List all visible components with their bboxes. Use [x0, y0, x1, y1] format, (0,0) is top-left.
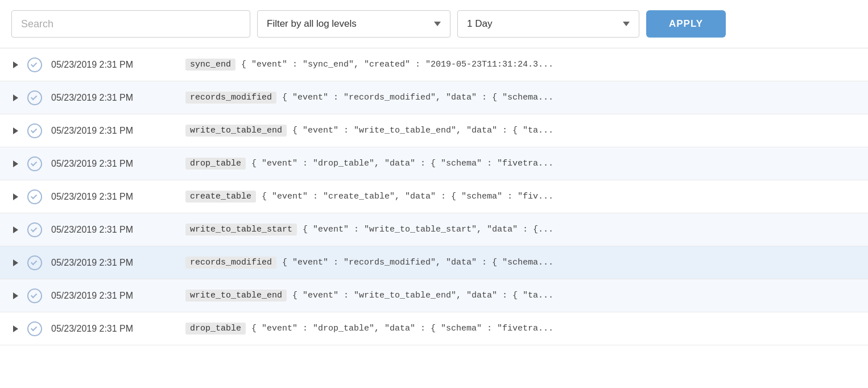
- checkmark-icon: [31, 258, 37, 265]
- status-icon: [27, 156, 42, 171]
- event-tag: write_to_table_start: [185, 224, 297, 236]
- log-timestamp: 05/23/2019 2:31 PM: [51, 93, 176, 103]
- expand-icon: [13, 193, 18, 200]
- status-icon: [27, 321, 42, 336]
- log-content: { "event" : "records_modified", "data" :…: [282, 93, 859, 102]
- status-icon: [27, 288, 42, 303]
- log-content: { "event" : "write_to_table_end", "data"…: [292, 126, 859, 135]
- search-input[interactable]: [11, 10, 250, 38]
- log-timestamp: 05/23/2019 2:31 PM: [51, 291, 176, 301]
- checkmark-icon: [31, 93, 37, 100]
- status-icon: [27, 222, 42, 237]
- status-icon: [27, 189, 42, 204]
- event-tag: create_table: [185, 191, 256, 203]
- status-icon: [27, 57, 42, 72]
- log-content: { "event" : "write_to_table_end", "data"…: [292, 291, 859, 300]
- time-filter-label: 1 Day: [467, 18, 492, 30]
- log-timestamp: 05/23/2019 2:31 PM: [51, 324, 176, 334]
- checkmark-icon: [31, 225, 37, 232]
- log-row[interactable]: 05/23/2019 2:31 PM write_to_table_start …: [0, 213, 868, 246]
- expand-button[interactable]: [9, 290, 22, 302]
- expand-button[interactable]: [9, 224, 22, 236]
- expand-button[interactable]: [9, 92, 22, 104]
- log-timestamp: 05/23/2019 2:31 PM: [51, 192, 176, 202]
- expand-icon: [13, 160, 18, 167]
- log-row[interactable]: 05/23/2019 2:31 PM write_to_table_end { …: [0, 279, 868, 312]
- log-content: { "event" : "sync_end", "created" : "201…: [241, 60, 859, 69]
- log-timestamp: 05/23/2019 2:31 PM: [51, 126, 176, 136]
- log-timestamp: 05/23/2019 2:31 PM: [51, 159, 176, 169]
- expand-icon: [13, 61, 18, 68]
- status-icon: [27, 255, 42, 270]
- event-tag: drop_table: [185, 323, 246, 335]
- checkmark-icon: [31, 324, 37, 331]
- log-row[interactable]: 05/23/2019 2:31 PM sync_end { "event" : …: [0, 48, 868, 81]
- expand-icon: [13, 127, 18, 134]
- checkmark-icon: [31, 126, 37, 133]
- expand-button[interactable]: [9, 158, 22, 170]
- expand-button[interactable]: [9, 59, 22, 71]
- log-content: { "event" : "records_modified", "data" :…: [282, 258, 859, 267]
- log-row[interactable]: 05/23/2019 2:31 PM drop_table { "event" …: [0, 147, 868, 180]
- expand-button[interactable]: [9, 191, 22, 203]
- expand-icon: [13, 226, 18, 233]
- status-icon: [27, 90, 42, 105]
- time-filter-dropdown[interactable]: 1 Day: [457, 10, 639, 38]
- expand-icon: [13, 94, 18, 101]
- log-level-filter-label: Filter by all log levels: [267, 18, 357, 30]
- log-timestamp: 05/23/2019 2:31 PM: [51, 225, 176, 235]
- expand-button[interactable]: [9, 125, 22, 137]
- apply-button[interactable]: APPLY: [646, 10, 726, 38]
- expand-button[interactable]: [9, 257, 22, 269]
- expand-icon: [13, 292, 18, 299]
- event-tag: write_to_table_end: [185, 290, 287, 302]
- log-row[interactable]: 05/23/2019 2:31 PM drop_table { "event" …: [0, 312, 868, 345]
- event-tag: sync_end: [185, 59, 235, 71]
- expand-button[interactable]: [9, 323, 22, 335]
- log-row[interactable]: 05/23/2019 2:31 PM create_table { "event…: [0, 180, 868, 213]
- chevron-down-icon: [623, 22, 630, 26]
- checkmark-icon: [31, 159, 37, 166]
- log-list: 05/23/2019 2:31 PM sync_end { "event" : …: [0, 48, 868, 345]
- event-tag: records_modified: [185, 257, 276, 269]
- log-content: { "event" : "create_table", "data" : { "…: [262, 192, 859, 201]
- event-tag: records_modified: [185, 92, 276, 104]
- checkmark-icon: [31, 291, 37, 298]
- log-timestamp: 05/23/2019 2:31 PM: [51, 60, 176, 70]
- chevron-down-icon: [434, 22, 441, 26]
- log-timestamp: 05/23/2019 2:31 PM: [51, 258, 176, 268]
- event-tag: drop_table: [185, 158, 246, 170]
- checkmark-icon: [31, 60, 37, 67]
- toolbar: Filter by all log levels 1 Day APPLY: [0, 0, 868, 48]
- log-content: { "event" : "drop_table", "data" : { "sc…: [251, 324, 859, 333]
- checkmark-icon: [31, 192, 37, 199]
- log-row[interactable]: 05/23/2019 2:31 PM records_modified { "e…: [0, 246, 868, 279]
- log-row[interactable]: 05/23/2019 2:31 PM write_to_table_end { …: [0, 114, 868, 147]
- log-level-filter-dropdown[interactable]: Filter by all log levels: [257, 10, 450, 38]
- log-row[interactable]: 05/23/2019 2:31 PM records_modified { "e…: [0, 81, 868, 114]
- log-content: { "event" : "write_to_table_start", "dat…: [303, 225, 859, 234]
- expand-icon: [13, 325, 18, 332]
- status-icon: [27, 123, 42, 138]
- expand-icon: [13, 259, 18, 266]
- event-tag: write_to_table_end: [185, 125, 287, 137]
- log-content: { "event" : "drop_table", "data" : { "sc…: [251, 159, 859, 168]
